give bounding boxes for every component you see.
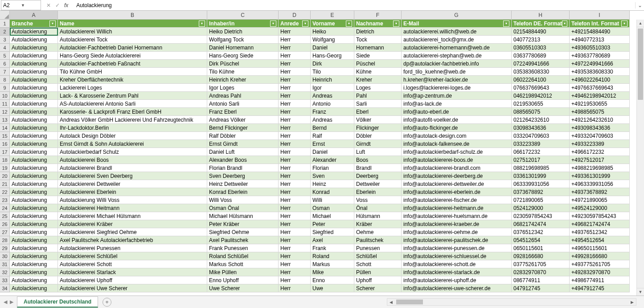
header-cell-F[interactable]: Nachname▼ bbox=[354, 20, 402, 28]
chevron-down-icon[interactable]: ▼ bbox=[21, 3, 39, 8]
cell-E19[interactable]: Florian bbox=[311, 164, 354, 172]
cell-H8[interactable]: 06022264100 bbox=[512, 76, 570, 84]
cell-F24[interactable]: Önal bbox=[354, 204, 402, 212]
cell-F30[interactable]: Schlüßel bbox=[354, 252, 402, 260]
cell-H31[interactable]: 03775261705 bbox=[512, 260, 570, 268]
cell-G28[interactable]: info@autolackiererei-paulitschek.de bbox=[402, 236, 512, 244]
row-header-1[interactable]: 1 bbox=[0, 20, 10, 28]
cell-D4[interactable]: Herr bbox=[279, 44, 311, 52]
cell-H2[interactable]: 02154884490 bbox=[512, 28, 570, 36]
row-header-32[interactable]: 32 bbox=[0, 268, 10, 276]
cell-A34[interactable]: Autolackierung bbox=[10, 284, 58, 292]
cell-I31[interactable]: +493775261705 bbox=[570, 260, 630, 268]
cell-A22[interactable]: Autolackierung bbox=[10, 188, 58, 196]
cell-G3[interactable]: autolackiererei_tock@gmx.de bbox=[402, 36, 512, 44]
cell-E11[interactable]: Antonio bbox=[311, 100, 354, 108]
cell-A6[interactable]: Autolackierung bbox=[10, 60, 58, 68]
cell-F10[interactable]: Pahl bbox=[354, 92, 402, 100]
cell-E4[interactable]: Daniel bbox=[311, 44, 354, 52]
cell-I10[interactable]: +49462198942012 bbox=[570, 92, 630, 100]
cell-H19[interactable]: 088219698985 bbox=[512, 164, 570, 172]
cell-B10[interactable]: Lack- & Karosserie Zentrum Pahl bbox=[58, 92, 207, 100]
cell-C22[interactable]: Konrad Eberlein bbox=[207, 188, 279, 196]
cell-D9[interactable]: Herr bbox=[279, 84, 311, 92]
confirm-icon[interactable]: ✓ bbox=[55, 2, 60, 8]
cell-E13[interactable]: Andreas bbox=[311, 116, 354, 124]
cell-C4[interactable]: Daniel Hornemann bbox=[207, 44, 279, 52]
cell-E25[interactable]: Michael bbox=[311, 212, 354, 220]
cell-F32[interactable]: Püllen bbox=[354, 268, 402, 276]
tab-prev-icon[interactable]: ◀ bbox=[4, 299, 7, 305]
cell-H34[interactable]: 047912745 bbox=[512, 284, 570, 292]
cell-F23[interactable]: Voss bbox=[354, 196, 402, 204]
cell-A23[interactable]: Autolackierung bbox=[10, 196, 58, 204]
cell-I6[interactable]: +4972249941666 bbox=[570, 60, 630, 68]
filter-dropdown-icon[interactable]: ▼ bbox=[346, 21, 352, 27]
cell-B11[interactable]: AS-Autolackiererei Antonio Sarli bbox=[58, 100, 207, 108]
cell-A9[interactable]: Autolackierung bbox=[10, 84, 58, 92]
cell-H28[interactable]: 054512654 bbox=[512, 236, 570, 244]
cell-I28[interactable]: +4954512654 bbox=[570, 236, 630, 244]
row-header-25[interactable]: 25 bbox=[0, 212, 10, 220]
header-cell-D[interactable]: Anrede▼ bbox=[279, 20, 311, 28]
cell-C19[interactable]: Florian Brandl bbox=[207, 164, 279, 172]
cell-E21[interactable]: Heinz bbox=[311, 180, 354, 188]
cell-D25[interactable]: Herr bbox=[279, 212, 311, 220]
cell-F25[interactable]: Hülsmann bbox=[354, 212, 402, 220]
cell-E18[interactable]: Alexander bbox=[311, 156, 354, 164]
cell-H11[interactable]: 0219530655 bbox=[512, 100, 570, 108]
cell-C2[interactable]: Heiko Dietrich bbox=[207, 28, 279, 36]
cell-I13[interactable]: +4921264232610 bbox=[570, 116, 630, 124]
cell-F21[interactable]: Dettweiler bbox=[354, 180, 402, 188]
row-header-16[interactable]: 16 bbox=[0, 140, 10, 148]
cell-E10[interactable]: Andreas bbox=[311, 92, 354, 100]
cell-C9[interactable]: Igor Loges bbox=[207, 84, 279, 92]
cell-H23[interactable]: 0721890065 bbox=[512, 196, 570, 204]
cell-G4[interactable]: autolackiererei-hornemann@web.de bbox=[402, 44, 512, 52]
cell-E31[interactable]: Markus bbox=[311, 260, 354, 268]
row-header-17[interactable]: 17 bbox=[0, 148, 10, 156]
col-header-D[interactable]: D bbox=[279, 11, 311, 20]
cell-A5[interactable]: Autolackierung bbox=[10, 52, 58, 60]
cell-H13[interactable]: 021264232610 bbox=[512, 116, 570, 124]
cell-B6[interactable]: Autolackier-Fachbetrieb Faßnacht bbox=[58, 60, 207, 68]
cell-D29[interactable]: Herr bbox=[279, 244, 311, 252]
header-cell-H[interactable]: Telefon DE. Format▼ bbox=[512, 20, 570, 28]
cell-G26[interactable]: info@autolackiererei-kraeber.de bbox=[402, 220, 512, 228]
cell-E7[interactable]: Tilo bbox=[311, 68, 354, 76]
cell-F13[interactable]: Völker bbox=[354, 116, 402, 124]
cell-F26[interactable]: Kräber bbox=[354, 220, 402, 228]
row-header-30[interactable]: 30 bbox=[0, 252, 10, 260]
cell-C10[interactable]: Andreas Pahl bbox=[207, 92, 279, 100]
cell-I34[interactable]: +4947912745 bbox=[570, 284, 630, 292]
cell-F29[interactable]: Punessen bbox=[354, 244, 402, 252]
cell-G13[interactable]: info@autofit-voelker.de bbox=[402, 116, 512, 124]
cell-C26[interactable]: Peter Kräber bbox=[207, 220, 279, 228]
cell-E9[interactable]: Igor bbox=[311, 84, 354, 92]
cell-I7[interactable]: +4935383608330 bbox=[570, 68, 630, 76]
col-header-G[interactable]: G bbox=[402, 11, 512, 20]
cell-C6[interactable]: Dirk Püschel bbox=[207, 60, 279, 68]
cell-D20[interactable]: Herr bbox=[279, 172, 311, 180]
cell-A18[interactable]: Autolackierung bbox=[10, 156, 58, 164]
cell-G32[interactable]: info@autolackiererei-starlack.de bbox=[402, 268, 512, 276]
cell-A19[interactable]: Autolackierung bbox=[10, 164, 58, 172]
cell-I22[interactable]: +49373678892 bbox=[570, 188, 630, 196]
cell-E22[interactable]: Konrad bbox=[311, 188, 354, 196]
cell-E28[interactable]: Axel bbox=[311, 236, 354, 244]
cell-C29[interactable]: Frank Punessen bbox=[207, 244, 279, 252]
cell-F20[interactable]: Deerberg bbox=[354, 172, 402, 180]
cell-G20[interactable]: info@autolackiererei-deerberg.de bbox=[402, 172, 512, 180]
cell-E5[interactable]: Hans-Georg bbox=[311, 52, 354, 60]
cell-I18[interactable]: +4927512017 bbox=[570, 156, 630, 164]
cell-A7[interactable]: Autolackierung bbox=[10, 68, 58, 76]
cell-I19[interactable]: +4988219698985 bbox=[570, 164, 630, 172]
cell-A24[interactable]: Autolackierung bbox=[10, 204, 58, 212]
cell-D2[interactable]: Herr bbox=[279, 28, 311, 36]
hscroll-thumb[interactable] bbox=[396, 300, 423, 304]
cell-I21[interactable]: +4963339931056 bbox=[570, 180, 630, 188]
cell-H15[interactable]: 033204709603 bbox=[512, 132, 570, 140]
row-header-8[interactable]: 8 bbox=[0, 76, 10, 84]
cell-D3[interactable]: Herr bbox=[279, 36, 311, 44]
name-box[interactable]: A2 ▼ bbox=[1, 0, 41, 10]
